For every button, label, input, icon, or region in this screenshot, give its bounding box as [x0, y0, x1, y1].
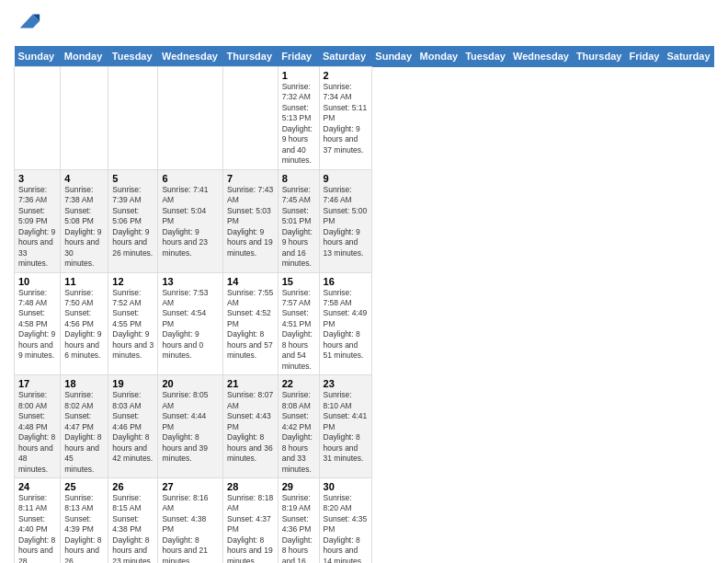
day-cell [223, 67, 279, 170]
day-cell [108, 67, 158, 170]
col-header-wednesday: Wednesday [158, 46, 223, 67]
day-info: Sunrise: 7:50 AM Sunset: 4:56 PM Dayligh… [64, 288, 104, 362]
day-number: 26 [112, 481, 154, 492]
day-number: 11 [64, 276, 104, 287]
day-info: Sunrise: 7:36 AM Sunset: 5:09 PM Dayligh… [18, 185, 56, 270]
day-number: 4 [64, 173, 104, 184]
day-number: 12 [112, 276, 154, 287]
col-header-wednesday: Wednesday [509, 46, 573, 67]
col-header-sunday: Sunday [15, 46, 61, 67]
day-info: Sunrise: 7:41 AM Sunset: 5:04 PM Dayligh… [162, 185, 219, 259]
day-cell: 10Sunrise: 7:48 AM Sunset: 4:58 PM Dayli… [15, 272, 61, 375]
day-number: 3 [18, 173, 56, 184]
col-header-sunday: Sunday [371, 46, 415, 67]
day-cell: 4Sunrise: 7:38 AM Sunset: 5:08 PM Daylig… [61, 169, 108, 272]
day-cell: 26Sunrise: 8:15 AM Sunset: 4:38 PM Dayli… [108, 478, 158, 564]
day-info: Sunrise: 7:45 AM Sunset: 5:01 PM Dayligh… [282, 185, 315, 270]
day-info: Sunrise: 7:32 AM Sunset: 5:13 PM Dayligh… [282, 82, 315, 167]
day-info: Sunrise: 7:58 AM Sunset: 4:49 PM Dayligh… [324, 288, 368, 362]
day-number: 13 [162, 276, 219, 287]
header [14, 9, 714, 39]
day-info: Sunrise: 8:07 AM Sunset: 4:43 PM Dayligh… [227, 390, 274, 464]
day-number: 6 [162, 173, 219, 184]
day-cell [158, 67, 223, 170]
day-number: 22 [282, 378, 315, 389]
day-info: Sunrise: 8:16 AM Sunset: 4:38 PM Dayligh… [162, 493, 219, 563]
col-header-saturday: Saturday [663, 46, 713, 67]
col-header-friday: Friday [278, 46, 319, 67]
col-header-friday: Friday [625, 46, 663, 67]
logo [14, 9, 41, 39]
day-info: Sunrise: 7:48 AM Sunset: 4:58 PM Dayligh… [18, 288, 56, 362]
day-cell: 20Sunrise: 8:05 AM Sunset: 4:44 PM Dayli… [158, 375, 223, 478]
day-cell: 3Sunrise: 7:36 AM Sunset: 5:09 PM Daylig… [15, 169, 61, 272]
day-number: 10 [18, 276, 56, 287]
day-number: 16 [324, 276, 368, 287]
day-number: 25 [64, 481, 104, 492]
day-cell: 13Sunrise: 7:53 AM Sunset: 4:54 PM Dayli… [158, 272, 223, 375]
day-cell: 12Sunrise: 7:52 AM Sunset: 4:55 PM Dayli… [108, 272, 158, 375]
day-number: 8 [282, 173, 315, 184]
logo-icon [16, 9, 41, 35]
day-cell: 17Sunrise: 8:00 AM Sunset: 4:48 PM Dayli… [15, 375, 61, 478]
day-cell: 24Sunrise: 8:11 AM Sunset: 4:40 PM Dayli… [15, 478, 61, 564]
day-info: Sunrise: 7:52 AM Sunset: 4:55 PM Dayligh… [112, 288, 154, 362]
day-cell: 21Sunrise: 8:07 AM Sunset: 4:43 PM Dayli… [223, 375, 279, 478]
day-info: Sunrise: 7:57 AM Sunset: 4:51 PM Dayligh… [282, 288, 315, 373]
day-cell: 9Sunrise: 7:46 AM Sunset: 5:00 PM Daylig… [319, 169, 371, 272]
day-cell [61, 67, 108, 170]
col-header-tuesday: Tuesday [461, 46, 509, 67]
day-number: 20 [162, 378, 219, 389]
day-cell: 7Sunrise: 7:43 AM Sunset: 5:03 PM Daylig… [223, 169, 279, 272]
day-cell: 6Sunrise: 7:41 AM Sunset: 5:04 PM Daylig… [158, 169, 223, 272]
day-cell: 23Sunrise: 8:10 AM Sunset: 4:41 PM Dayli… [319, 375, 371, 478]
day-cell: 25Sunrise: 8:13 AM Sunset: 4:39 PM Dayli… [61, 478, 108, 564]
day-number: 27 [162, 481, 219, 492]
day-number: 19 [112, 378, 154, 389]
day-info: Sunrise: 8:18 AM Sunset: 4:37 PM Dayligh… [227, 493, 274, 563]
day-info: Sunrise: 8:00 AM Sunset: 4:48 PM Dayligh… [18, 390, 56, 475]
day-number: 23 [324, 378, 368, 389]
week-row-5: 24Sunrise: 8:11 AM Sunset: 4:40 PM Dayli… [15, 478, 714, 564]
day-info: Sunrise: 8:02 AM Sunset: 4:47 PM Dayligh… [64, 390, 104, 475]
day-info: Sunrise: 7:38 AM Sunset: 5:08 PM Dayligh… [64, 185, 104, 270]
col-header-monday: Monday [416, 46, 462, 67]
day-number: 2 [324, 70, 368, 81]
day-number: 9 [324, 173, 368, 184]
day-number: 24 [18, 481, 56, 492]
day-cell [15, 67, 61, 170]
day-info: Sunrise: 7:46 AM Sunset: 5:00 PM Dayligh… [324, 185, 368, 259]
day-number: 5 [112, 173, 154, 184]
col-header-tuesday: Tuesday [108, 46, 158, 67]
day-info: Sunrise: 7:34 AM Sunset: 5:11 PM Dayligh… [324, 82, 368, 155]
day-cell: 29Sunrise: 8:19 AM Sunset: 4:36 PM Dayli… [278, 478, 319, 564]
day-info: Sunrise: 8:08 AM Sunset: 4:42 PM Dayligh… [282, 390, 315, 475]
day-cell: 19Sunrise: 8:03 AM Sunset: 4:46 PM Dayli… [108, 375, 158, 478]
day-cell: 11Sunrise: 7:50 AM Sunset: 4:56 PM Dayli… [61, 272, 108, 375]
day-number: 1 [282, 70, 315, 81]
day-number: 28 [227, 481, 274, 492]
day-number: 21 [227, 378, 274, 389]
day-cell: 8Sunrise: 7:45 AM Sunset: 5:01 PM Daylig… [278, 169, 319, 272]
day-number: 30 [324, 481, 368, 492]
day-info: Sunrise: 8:11 AM Sunset: 4:40 PM Dayligh… [18, 493, 56, 563]
day-number: 14 [227, 276, 274, 287]
day-info: Sunrise: 8:10 AM Sunset: 4:41 PM Dayligh… [324, 390, 368, 464]
week-row-3: 10Sunrise: 7:48 AM Sunset: 4:58 PM Dayli… [15, 272, 714, 375]
day-cell: 2Sunrise: 7:34 AM Sunset: 5:11 PM Daylig… [319, 67, 371, 170]
week-row-4: 17Sunrise: 8:00 AM Sunset: 4:48 PM Dayli… [15, 375, 714, 478]
day-cell: 1Sunrise: 7:32 AM Sunset: 5:13 PM Daylig… [278, 67, 319, 170]
calendar-table: SundayMondayTuesdayWednesdayThursdayFrid… [14, 46, 714, 563]
day-cell: 22Sunrise: 8:08 AM Sunset: 4:42 PM Dayli… [278, 375, 319, 478]
day-number: 29 [282, 481, 315, 492]
col-header-saturday: Saturday [319, 46, 371, 67]
day-info: Sunrise: 8:19 AM Sunset: 4:36 PM Dayligh… [282, 493, 315, 563]
day-info: Sunrise: 7:55 AM Sunset: 4:52 PM Dayligh… [227, 288, 274, 362]
day-info: Sunrise: 8:20 AM Sunset: 4:35 PM Dayligh… [324, 493, 368, 563]
day-number: 15 [282, 276, 315, 287]
day-info: Sunrise: 7:39 AM Sunset: 5:06 PM Dayligh… [112, 185, 154, 259]
day-cell: 18Sunrise: 8:02 AM Sunset: 4:47 PM Dayli… [61, 375, 108, 478]
day-cell: 14Sunrise: 7:55 AM Sunset: 4:52 PM Dayli… [223, 272, 279, 375]
day-info: Sunrise: 8:13 AM Sunset: 4:39 PM Dayligh… [64, 493, 104, 563]
day-info: Sunrise: 8:05 AM Sunset: 4:44 PM Dayligh… [162, 390, 219, 464]
